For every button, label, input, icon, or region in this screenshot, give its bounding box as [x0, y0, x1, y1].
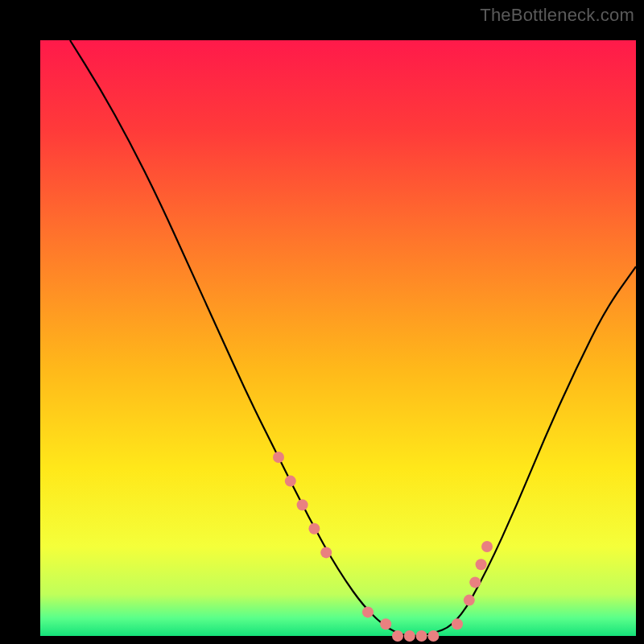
highlight-marker — [452, 618, 463, 630]
highlight-marker — [320, 547, 332, 558]
highlight-marker — [308, 523, 320, 535]
chart-svg — [40, 40, 636, 636]
highlight-marker — [416, 630, 427, 642]
highlight-marker — [476, 559, 487, 570]
chart-frame — [16, 16, 628, 628]
watermark-text: TheBottleneck.com — [480, 5, 634, 26]
highlight-marker — [285, 476, 296, 487]
highlight-marker — [464, 595, 475, 606]
highlight-marker — [469, 576, 481, 588]
highlight-marker — [297, 499, 308, 510]
highlight-marker — [380, 618, 391, 630]
highlight-marker — [273, 452, 284, 463]
highlight-marker — [404, 630, 415, 642]
highlight-marker — [481, 541, 493, 552]
highlight-marker — [427, 630, 439, 642]
highlight-marker — [362, 606, 374, 617]
gradient-background — [40, 40, 636, 636]
highlight-marker — [392, 630, 403, 642]
